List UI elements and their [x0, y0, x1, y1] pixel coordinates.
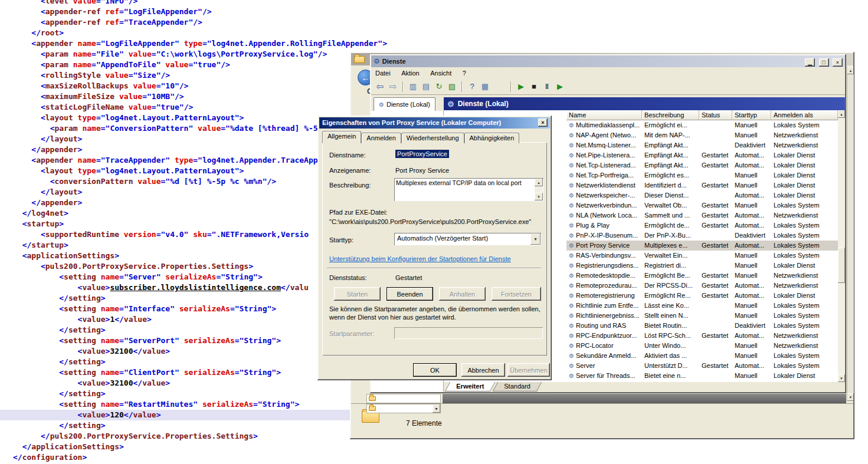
service-row[interactable]: ⚙Routing und RASBietet Routin...Deaktivi… — [566, 321, 838, 331]
beenden-button[interactable]: Beenden — [386, 287, 433, 301]
service-row[interactable]: ⚙RPC-Endpunktzuor...Löst RPC-Sch...Gesta… — [566, 331, 838, 341]
column-header[interactable]: Anmelden als — [771, 110, 838, 120]
tab-erweitert[interactable]: Erweitert — [445, 382, 496, 391]
dialog-titlebar[interactable]: Eigenschaften von Port Proxy Service (Lo… — [319, 117, 550, 129]
restart-service-icon[interactable]: ▶ — [554, 81, 566, 93]
service-row[interactable]: ⚙Netzwerkverbindun...Verwaltet Ob...Gest… — [566, 200, 838, 210]
service-row[interactable]: ⚙NAP-Agent (Netwo...Mit dem NAP-...Manue… — [566, 130, 838, 140]
service-row[interactable]: ⚙Remotedesktopdie...Ermöglicht Be...Gest… — [566, 271, 838, 281]
help-icon[interactable]: ? — [466, 81, 478, 93]
service-row[interactable]: ⚙Net.Pipe-Listenera...Empfängt Akt...Ges… — [566, 150, 838, 160]
export-icon[interactable]: ▧ — [446, 81, 458, 93]
tab-wiederherstellung[interactable]: Wiederherstellung — [401, 133, 464, 143]
menu-aktion[interactable]: Aktion — [397, 68, 424, 78]
abbrechen-button[interactable]: Abbrechen — [461, 363, 505, 377]
code-line[interactable]: <appender name="LogFileAppender" type="l… — [13, 38, 387, 49]
anzeigename-value[interactable]: Port Proxy Service — [395, 167, 449, 174]
maximize-icon[interactable]: □ — [819, 58, 829, 67]
scrollbar-thumb[interactable] — [838, 248, 845, 283]
service-row[interactable]: ⚙Netzwerkspeicher-...Dieser Dienst...Aut… — [566, 190, 838, 200]
column-header[interactable]: Status — [699, 110, 732, 120]
service-row[interactable]: ⚙Server für Threads...Bietet eine n...Ma… — [566, 371, 838, 381]
menu-hilfe[interactable]: ? — [458, 68, 470, 78]
start-service-icon[interactable]: ▶ — [515, 81, 527, 93]
code-line[interactable]: </configuration> — [13, 452, 387, 463]
minimize-icon[interactable]: ▁ — [805, 58, 815, 67]
code-line[interactable]: </setting> — [13, 420, 387, 431]
scroll-down-icon[interactable]: ▼ — [847, 393, 854, 401]
dropdown-arrow-icon[interactable]: ▼ — [433, 404, 440, 413]
scroll-up-icon[interactable]: ▲ — [838, 110, 845, 118]
service-row[interactable]: ⚙Remoteprozedurau...Der RPCSS-Di...Gesta… — [566, 281, 838, 291]
code-line[interactable]: </setting> — [13, 389, 387, 399]
code-line[interactable]: <staticLogFileName value="true"/> — [13, 102, 387, 113]
service-row[interactable]: ⚙Registrierungsdiens...Registriert di...… — [566, 261, 838, 271]
services-titlebar[interactable]: ⚙ Dienste ▁ □ × — [371, 55, 845, 67]
code-line[interactable]: <appender-ref ref="LogFileAppender"/> — [13, 6, 387, 17]
close-icon[interactable]: × — [833, 58, 843, 67]
scroll-up-icon[interactable]: ▲ — [535, 179, 543, 186]
scroll-down-icon[interactable]: ▼ — [838, 374, 845, 382]
service-row[interactable]: ⚙Richtlinienergebniss...Stellt einen N..… — [566, 311, 838, 321]
code-line[interactable]: </puls200.PortProxyService.Properties.Se… — [13, 431, 387, 442]
service-row[interactable]: ⚙ServerUnterstützt D...GestartetAutomat.… — [566, 361, 838, 371]
code-line[interactable]: <rollingStyle value="Size"/> — [13, 70, 387, 81]
service-row[interactable]: ⚙RPC-LocatorUnter Windo...ManuellNetzwer… — [566, 341, 838, 351]
service-row[interactable]: ⚙Plug & PlayErmöglicht de...GestartetAut… — [566, 221, 838, 231]
folder-tree-item[interactable] — [366, 394, 441, 403]
extended-view-icon[interactable]: ▦ — [479, 81, 491, 93]
starttyp-select[interactable]: Automatisch (Verzögerter Start) ▼ — [394, 233, 541, 245]
service-row[interactable]: ⚙Sekundäre Anmeld...Aktiviert das ...Man… — [566, 351, 838, 361]
code-line[interactable]: </applicationSettings> — [13, 442, 387, 452]
code-line[interactable]: <maximumFileSize value="10MB"/> — [13, 91, 387, 102]
service-row[interactable]: ⚙NetzwerklistendienstIdentifiziert d...G… — [566, 180, 838, 190]
export-list-icon[interactable]: ▤ — [420, 81, 432, 93]
service-row[interactable]: ⚙NLA (Network Loca...Sammelt und ...Gest… — [566, 210, 838, 221]
startoptions-help-link[interactable]: Unterstützung beim Konfigurieren der Sta… — [329, 255, 511, 262]
back-icon[interactable]: ⇦ — [374, 81, 386, 93]
service-row[interactable]: ⚙RemoteregistrierungErmöglicht Re...Gest… — [566, 291, 838, 301]
stop-service-icon[interactable]: ■ — [528, 81, 540, 93]
tab-allgemein[interactable]: Allgemein — [322, 131, 361, 143]
tab-standard[interactable]: Standard — [493, 382, 542, 391]
code-line[interactable]: <level value="INFO"/> — [13, 0, 387, 6]
code-line[interactable]: <value>120</value> — [0, 410, 352, 420]
dropdown-icon[interactable]: ▼ — [530, 233, 541, 245]
service-row[interactable]: ⚙PnP-X-IP-Busenum...Der PnP-X-Bu...Deakt… — [566, 231, 838, 241]
folder-tree-item[interactable]: ▼ — [366, 404, 441, 413]
scroll-up-icon[interactable]: ▲ — [847, 67, 854, 74]
service-row[interactable]: ⚙RAS-Verbindungsv...Verwaltet Ein...Manu… — [566, 251, 838, 261]
column-header[interactable]: Starttyp — [732, 110, 771, 120]
explorer-scrollbar[interactable]: ▲ ▼ — [847, 67, 854, 401]
menu-ansicht[interactable]: Ansicht — [426, 68, 456, 78]
tab-abhaengigkeiten[interactable]: Abhängigkeiten — [464, 133, 520, 143]
console-root-tab[interactable]: ⚙ Dienste (Lokal) — [374, 97, 435, 111]
code-line[interactable]: <param name="AppendToFile" value="true"/… — [13, 60, 387, 70]
column-header[interactable]: Beschreibung — [642, 110, 699, 120]
service-row[interactable]: ⚙Net.Tcp-Listenerad...Empfängt Akt...Ges… — [566, 160, 838, 170]
tab-anmelden[interactable]: Anmelden — [361, 133, 401, 143]
pause-service-icon[interactable]: Ⅱ — [541, 81, 553, 93]
service-row[interactable]: ⚙Richtlinie zum Entfe...Lässt eine Ko...… — [566, 301, 838, 311]
refresh-icon[interactable]: ↻ — [433, 81, 445, 93]
code-line[interactable]: </root> — [13, 28, 387, 38]
show-console-tree-icon[interactable]: ▥ — [407, 81, 419, 93]
service-row[interactable]: ⚙Net.Msmq-Listener...Empfängt Akt...Deak… — [566, 140, 838, 150]
scroll-down-icon[interactable]: ▼ — [535, 193, 543, 200]
beschreibung-scrollbar[interactable]: ▲ ▼ — [535, 179, 543, 200]
forward-icon[interactable]: ⇨ — [387, 81, 399, 93]
close-icon[interactable]: × — [538, 119, 548, 127]
ok-button[interactable]: OK — [413, 363, 457, 377]
table-scrollbar[interactable]: ▲ ▼ — [838, 110, 845, 382]
service-row[interactable]: ⚙Multimediaklassenpl...Ermöglicht ei...M… — [566, 120, 838, 130]
column-header[interactable]: Name — [566, 110, 642, 120]
service-row[interactable]: ⚙Port Proxy ServiceMultiplexes e...Gesta… — [566, 241, 838, 251]
code-line[interactable]: <param name="File" value="C:\work\logs\P… — [13, 49, 387, 60]
code-line[interactable]: <maxSizeRollBackups value="10"/> — [13, 81, 387, 91]
code-line[interactable]: <setting name="RestartMinutes" serialize… — [13, 399, 387, 410]
dienstname-value[interactable]: PortProxyService — [395, 150, 449, 158]
menu-datei[interactable]: Datei — [371, 68, 395, 78]
service-row[interactable]: ⚙Net.Tcp-Portfreiga...Ermöglicht es...Ma… — [566, 170, 838, 180]
code-line[interactable]: <appender-ref ref="TraceAppender"/> — [13, 17, 387, 28]
beschreibung-field[interactable]: Multiplexes external TCP/IP data on loca… — [394, 178, 543, 201]
